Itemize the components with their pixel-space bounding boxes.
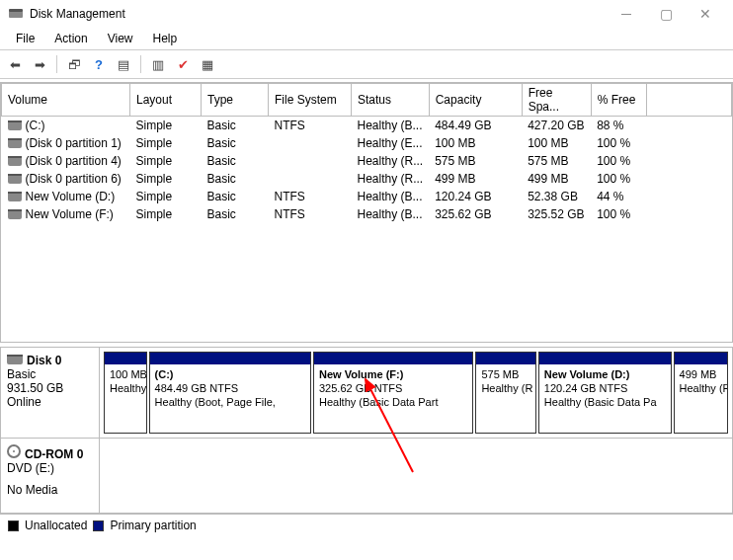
cell-fs xyxy=(269,152,352,170)
table-row[interactable]: (C:)SimpleBasicNTFSHealthy (B...484.49 G… xyxy=(2,117,732,135)
volume-table[interactable]: Volume Layout Type File System Status Ca… xyxy=(1,83,732,223)
disk0-header[interactable]: Disk 0 Basic 931.50 GB Online xyxy=(1,348,100,438)
partition[interactable]: New Volume (D:)120.24 GB NTFSHealthy (Ba… xyxy=(538,352,672,434)
menu-action[interactable]: Action xyxy=(44,29,97,48)
toolbar-btn-2[interactable]: ▥ xyxy=(147,53,169,75)
toolbar-btn-4[interactable]: ▦ xyxy=(197,53,218,75)
cdrom-icon xyxy=(7,444,21,458)
col-layout[interactable]: Layout xyxy=(130,84,202,117)
forward-button[interactable]: ➡ xyxy=(29,53,50,75)
legend-primary-label: Primary partition xyxy=(110,519,196,532)
partition[interactable]: (C:)484.49 GB NTFSHealthy (Boot, Page Fi… xyxy=(149,352,311,434)
table-row[interactable]: (Disk 0 partition 4)SimpleBasicHealthy (… xyxy=(2,152,732,170)
table-header-row: Volume Layout Type File System Status Ca… xyxy=(2,84,732,117)
col-capacity[interactable]: Capacity xyxy=(429,84,522,117)
cdrom0-row: CD-ROM 0 DVD (E:) No Media xyxy=(1,439,732,514)
volume-name: New Volume (D:) xyxy=(26,190,116,203)
close-button[interactable]: ✕ xyxy=(686,3,725,25)
cell-capacity: 325.62 GB xyxy=(429,205,522,223)
maximize-button[interactable]: ▢ xyxy=(646,3,686,25)
arrow-left-icon: ⬅ xyxy=(10,57,21,72)
partition-color-bar xyxy=(150,353,310,364)
help-button[interactable]: ? xyxy=(88,53,110,75)
cell-type: Basic xyxy=(202,188,269,205)
cell-pct: 100 % xyxy=(591,170,646,188)
cell-layout: Simple xyxy=(130,117,202,135)
cell-capacity: 575 MB xyxy=(429,152,522,170)
check-icon: ✔ xyxy=(178,57,189,72)
volume-icon xyxy=(8,192,22,201)
cell-fs xyxy=(269,170,352,188)
partition-status: Healthy (R xyxy=(680,382,722,396)
cell-status: Healthy (B... xyxy=(352,117,430,135)
partition[interactable]: 575 MBHealthy (R xyxy=(475,352,535,434)
col-status[interactable]: Status xyxy=(352,84,430,117)
cell-status: Healthy (B... xyxy=(352,188,430,205)
partition-size: 325.62 GB NTFS xyxy=(319,382,467,396)
disk0-partitions: 100 MBHealthy(C:)484.49 GB NTFSHealthy (… xyxy=(100,348,732,438)
cell-fs xyxy=(269,134,352,152)
toolbar-btn-1[interactable]: ▤ xyxy=(113,53,134,75)
col-filesystem[interactable]: File System xyxy=(269,84,352,117)
partition-size: 484.49 GB NTFS xyxy=(155,382,305,396)
refresh-button[interactable]: 🗗 xyxy=(63,53,85,75)
grid-icon: ▦ xyxy=(202,57,213,72)
partition-status: Healthy (Basic Data Part xyxy=(319,396,467,410)
minimize-button[interactable]: ─ xyxy=(607,3,646,25)
partition-size: 575 MB xyxy=(481,368,529,382)
table-row[interactable]: (Disk 0 partition 6)SimpleBasicHealthy (… xyxy=(2,170,732,188)
cdrom0-name: CD-ROM 0 xyxy=(25,447,83,461)
cell-pct: 44 % xyxy=(591,188,646,205)
menu-file[interactable]: File xyxy=(6,29,44,48)
cdrom0-header[interactable]: CD-ROM 0 DVD (E:) No Media xyxy=(1,439,100,513)
menu-view[interactable]: View xyxy=(98,29,143,48)
cell-status: Healthy (E... xyxy=(352,134,430,152)
cell-fs: NTFS xyxy=(269,117,352,135)
back-button[interactable]: ⬅ xyxy=(4,53,26,75)
cell-layout: Simple xyxy=(130,170,202,188)
volume-name: (Disk 0 partition 4) xyxy=(26,154,122,168)
toolbar: ⬅ ➡ 🗗 ? ▤ ▥ ✔ ▦ xyxy=(0,50,733,78)
disk0-status: Online xyxy=(7,395,93,409)
table-row[interactable]: New Volume (D:)SimpleBasicNTFSHealthy (B… xyxy=(2,188,732,205)
table-row[interactable]: (Disk 0 partition 1)SimpleBasicHealthy (… xyxy=(2,134,732,152)
col-volume[interactable]: Volume xyxy=(2,84,130,117)
col-freespace[interactable]: Free Spa... xyxy=(522,84,591,117)
partition-status: Healthy (R xyxy=(481,382,529,396)
svg-rect-1 xyxy=(9,9,23,12)
table-row[interactable]: New Volume (F:)SimpleBasicNTFSHealthy (B… xyxy=(2,205,732,223)
disk-graphical-pane: Disk 0 Basic 931.50 GB Online 100 MBHeal… xyxy=(0,347,733,515)
cell-free: 427.20 GB xyxy=(522,117,591,135)
partition-name: (C:) xyxy=(155,368,305,382)
volume-list-pane: Volume Layout Type File System Status Ca… xyxy=(0,82,733,343)
cell-type: Basic xyxy=(202,117,269,135)
col-extra[interactable] xyxy=(646,84,731,117)
legend-unallocated-swatch xyxy=(8,520,19,531)
disk0-name: Disk 0 xyxy=(27,354,61,367)
toolbar-btn-3[interactable]: ✔ xyxy=(172,53,194,75)
partition[interactable]: New Volume (F:)325.62 GB NTFSHealthy (Ba… xyxy=(313,352,473,434)
disk0-size: 931.50 GB xyxy=(7,381,93,395)
volume-icon xyxy=(8,209,22,219)
cell-capacity: 100 MB xyxy=(429,134,522,152)
partition-name: New Volume (F:) xyxy=(319,368,467,382)
disk0-type: Basic xyxy=(7,367,93,381)
cell-type: Basic xyxy=(202,134,269,152)
col-pctfree[interactable]: % Free xyxy=(591,84,646,117)
partition[interactable]: 499 MBHealthy (R xyxy=(674,352,728,434)
volume-icon xyxy=(8,156,22,166)
cell-free: 100 MB xyxy=(522,134,591,152)
partition-size: 120.24 GB NTFS xyxy=(544,382,666,396)
cell-status: Healthy (R... xyxy=(352,170,430,188)
cell-free: 52.38 GB xyxy=(522,188,591,205)
partition-color-bar xyxy=(539,353,671,364)
cell-layout: Simple xyxy=(130,205,202,223)
menu-help[interactable]: Help xyxy=(143,29,188,48)
col-type[interactable]: Type xyxy=(202,84,269,117)
harddisk-icon xyxy=(7,355,23,364)
partition-color-bar xyxy=(675,353,727,364)
cell-capacity: 484.49 GB xyxy=(429,117,522,135)
partition-status: Healthy (Boot, Page File, xyxy=(155,396,305,410)
partition-color-bar xyxy=(476,353,534,364)
partition[interactable]: 100 MBHealthy xyxy=(104,352,147,434)
